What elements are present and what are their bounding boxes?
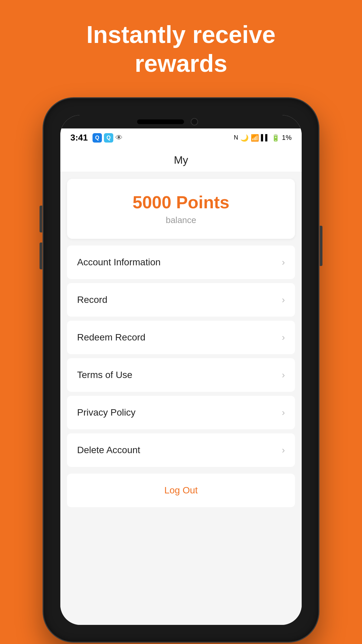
menu-item-label-redeem-record: Redeem Record [77,332,145,343]
notch-bar [60,115,302,128]
chevron-right-icon: › [282,332,285,343]
status-time: 3:41 [70,132,88,143]
status-bar: 3:41 Q Q 👁 N 🌙 📶 ▌▌ 🔋 1% [60,128,302,147]
menu-item-terms-of-use[interactable]: Terms of Use › [67,358,295,392]
hero-heading: Instantly receive rewards [60,20,302,78]
nfc-icon: N [234,134,238,141]
moon-icon: 🌙 [240,134,249,142]
battery-icon: 🔋 [272,134,280,142]
speaker-notch [137,119,184,124]
points-card: 5000 Points balance [67,179,295,239]
app-header-title: My [174,154,188,166]
menu-item-label-terms-of-use: Terms of Use [77,370,132,380]
app-icon-2: Q [104,133,113,143]
menu-item-label-record: Record [77,294,107,305]
chevron-right-icon: › [282,407,285,418]
menu-item-label-privacy-policy: Privacy Policy [77,407,135,418]
chevron-right-icon: › [282,294,285,305]
chevron-right-icon: › [282,445,285,455]
points-value: 5000 Points [77,192,285,212]
menu-item-privacy-policy[interactable]: Privacy Policy › [67,396,295,429]
app-icon-1: Q [93,133,102,143]
menu-item-account-information[interactable]: Account Information › [67,246,295,279]
battery-percent: 1% [282,134,292,142]
menu-item-redeem-record[interactable]: Redeem Record › [67,321,295,354]
points-label: balance [77,215,285,225]
menu-item-record[interactable]: Record › [67,283,295,317]
status-right-icons: N 🌙 📶 ▌▌ 🔋 1% [234,134,292,142]
logout-button[interactable]: Log Out [77,485,285,496]
signal-icon: ▌▌ [261,134,270,141]
eye-icon: 👁 [115,133,123,142]
status-left-icons: Q Q 👁 [93,133,123,143]
chevron-right-icon: › [282,257,285,268]
menu-item-label-delete-account: Delete Account [77,445,140,455]
power-button [320,226,322,266]
wifi-icon: 📶 [251,134,259,142]
menu-item-label-account-information: Account Information [77,257,161,268]
app-header: My [60,147,302,172]
phone-mockup: 3:41 Q Q 👁 N 🌙 📶 ▌▌ 🔋 1% My [44,98,318,642]
phone-screen: 3:41 Q Q 👁 N 🌙 📶 ▌▌ 🔋 1% My [60,115,302,625]
front-camera [191,118,198,125]
volume-down-button [40,243,42,269]
logout-section[interactable]: Log Out [67,474,295,507]
screen-content[interactable]: My 5000 Points balance Account Informati… [60,147,302,625]
menu-section: Account Information › Record › Redeem Re… [67,246,295,470]
volume-up-button [40,206,42,232]
menu-item-delete-account[interactable]: Delete Account › [67,433,295,467]
chevron-right-icon: › [282,370,285,380]
